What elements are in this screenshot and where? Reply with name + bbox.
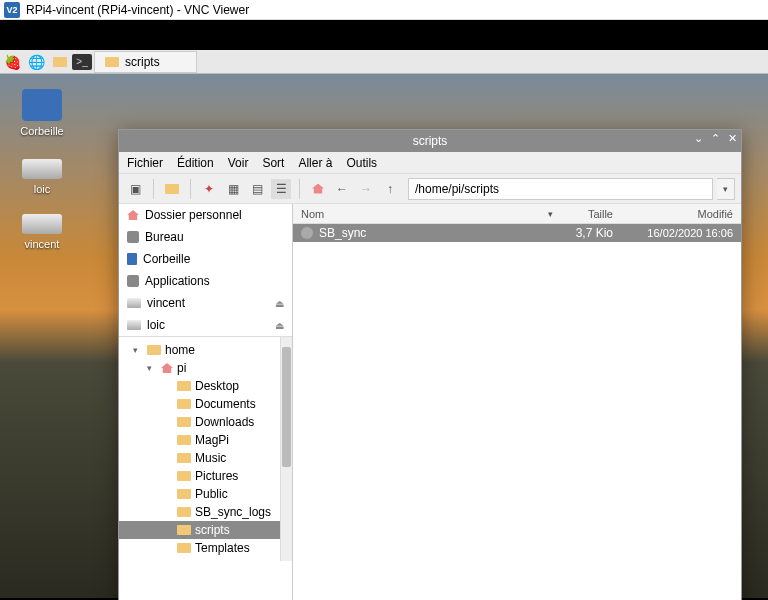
raspberry-menu-icon[interactable]: 🍓: [0, 50, 24, 74]
new-folder-icon[interactable]: [162, 179, 182, 199]
file-list[interactable]: SB_sync 3,7 Kio 16/02/2020 16:06: [293, 224, 741, 600]
taskbar-button-scripts[interactable]: scripts: [94, 51, 197, 73]
tree-item-templates[interactable]: Templates: [119, 539, 292, 557]
drive-icon: [22, 159, 62, 179]
home-icon: [127, 210, 139, 220]
tree-item-downloads[interactable]: Downloads: [119, 413, 292, 431]
folder-icon: [177, 489, 191, 499]
back-button-icon[interactable]: ←: [332, 179, 352, 199]
separator: [190, 179, 191, 199]
separator: [299, 179, 300, 199]
vnc-logo-icon: V2: [4, 2, 20, 18]
collapse-icon[interactable]: ▾: [133, 345, 143, 355]
desktop[interactable]: Corbeille loic vincent scripts ⌄ ⌃ ✕ Fic…: [0, 74, 768, 598]
folder-icon: [177, 399, 191, 409]
menu-sort[interactable]: Sort: [262, 156, 284, 170]
web-browser-icon[interactable]: 🌐: [24, 50, 48, 74]
eject-icon[interactable]: ⏏: [275, 298, 284, 309]
minimize-button[interactable]: ⌄: [694, 132, 703, 145]
close-button[interactable]: ✕: [728, 132, 737, 145]
folder-icon: [105, 57, 119, 67]
maximize-button[interactable]: ⌃: [711, 132, 720, 145]
forward-button-icon[interactable]: →: [356, 179, 376, 199]
tree-item-sb_sync_logs[interactable]: SB_sync_logs: [119, 503, 292, 521]
tree-item-scripts[interactable]: scripts: [119, 521, 292, 539]
view-icons-icon[interactable]: ✦: [199, 179, 219, 199]
menu-file[interactable]: Fichier: [127, 156, 163, 170]
place-drive-vincent[interactable]: vincent⏏: [119, 292, 292, 314]
drive-icon: [22, 214, 62, 234]
place-home[interactable]: Dossier personnel: [119, 204, 292, 226]
tree-pi[interactable]: ▾pi: [119, 359, 292, 377]
tree-item-pictures[interactable]: Pictures: [119, 467, 292, 485]
folder-icon: [177, 453, 191, 463]
menu-go[interactable]: Aller à: [298, 156, 332, 170]
desktop-icon: [127, 231, 139, 243]
folder-icon: [177, 525, 191, 535]
up-button-icon[interactable]: ↑: [380, 179, 400, 199]
trash-icon: [22, 89, 62, 121]
script-icon: [301, 227, 313, 239]
vnc-titlebar: V2 RPi4-vincent (RPi4-vincent) - VNC Vie…: [0, 0, 768, 20]
desktop-icon-drive-loic[interactable]: loic: [14, 159, 70, 195]
file-row[interactable]: SB_sync 3,7 Kio 16/02/2020 16:06: [293, 224, 741, 242]
view-compact-icon[interactable]: ▦: [223, 179, 243, 199]
desktop-icon-drive-vincent[interactable]: vincent: [14, 214, 70, 250]
view-list-icon[interactable]: ☰: [271, 179, 291, 199]
folder-tree: ▾home ▾pi DesktopDocumentsDownloadsMagPi…: [119, 337, 292, 561]
place-trash[interactable]: Corbeille: [119, 248, 292, 270]
trash-icon: [127, 253, 137, 265]
file-manager-icon[interactable]: [48, 50, 72, 74]
window-titlebar[interactable]: scripts ⌄ ⌃ ✕: [119, 130, 741, 152]
menu-view[interactable]: Voir: [228, 156, 249, 170]
rpi-panel[interactable]: 🍓 🌐 >_ scripts: [0, 50, 768, 74]
window-title: scripts: [413, 134, 448, 148]
col-modified[interactable]: Modifié: [613, 208, 733, 220]
content-area: Nom ▾ Taille Modifié SB_sync 3,7 Kio 16/…: [293, 204, 741, 600]
places-panel: Dossier personnel Bureau Corbeille Appli…: [119, 204, 292, 337]
terminal-icon[interactable]: >_: [72, 54, 92, 70]
tree-item-public[interactable]: Public: [119, 485, 292, 503]
folder-icon: [177, 381, 191, 391]
folder-icon: [177, 417, 191, 427]
tree-home[interactable]: ▾home: [119, 341, 292, 359]
place-apps[interactable]: Applications: [119, 270, 292, 292]
vnc-black-bar: [0, 20, 768, 50]
eject-icon[interactable]: ⏏: [275, 320, 284, 331]
toolbar: ▣ ✦ ▦ ▤ ☰ ← → ↑ /home/pi/scripts ▾: [119, 174, 741, 204]
path-input[interactable]: /home/pi/scripts: [408, 178, 713, 200]
desktop-icon-trash[interactable]: Corbeille: [14, 89, 70, 137]
folder-icon: [177, 507, 191, 517]
menubar: Fichier Édition Voir Sort Aller à Outils: [119, 152, 741, 174]
home-button-icon[interactable]: [308, 179, 328, 199]
new-tab-icon[interactable]: ▣: [125, 179, 145, 199]
scrollbar-thumb[interactable]: [282, 347, 291, 467]
sidebar-scrollbar[interactable]: [280, 337, 292, 561]
folder-icon: [177, 543, 191, 553]
tree-item-desktop[interactable]: Desktop: [119, 377, 292, 395]
tree-item-magpi[interactable]: MagPi: [119, 431, 292, 449]
vnc-title: RPi4-vincent (RPi4-vincent) - VNC Viewer: [26, 3, 249, 17]
apps-icon: [127, 275, 139, 287]
sidebar: Dossier personnel Bureau Corbeille Appli…: [119, 204, 293, 600]
col-size[interactable]: Taille: [553, 208, 613, 220]
column-headers[interactable]: Nom ▾ Taille Modifié: [293, 204, 741, 224]
file-manager-window: scripts ⌄ ⌃ ✕ Fichier Édition Voir Sort …: [118, 129, 742, 600]
folder-icon: [177, 471, 191, 481]
place-drive-loic[interactable]: loic⏏: [119, 314, 292, 336]
tree-item-documents[interactable]: Documents: [119, 395, 292, 413]
folder-icon: [147, 345, 161, 355]
drive-icon: [127, 298, 141, 308]
place-desktop[interactable]: Bureau: [119, 226, 292, 248]
path-dropdown-icon[interactable]: ▾: [717, 178, 735, 200]
collapse-icon[interactable]: ▾: [147, 363, 157, 373]
tree-item-music[interactable]: Music: [119, 449, 292, 467]
view-thumbnail-icon[interactable]: ▤: [247, 179, 267, 199]
folder-icon: [177, 435, 191, 445]
col-name[interactable]: Nom: [301, 208, 548, 220]
separator: [153, 179, 154, 199]
file-manager-body: Dossier personnel Bureau Corbeille Appli…: [119, 204, 741, 600]
menu-tools[interactable]: Outils: [346, 156, 377, 170]
menu-edit[interactable]: Édition: [177, 156, 214, 170]
drive-icon: [127, 320, 141, 330]
